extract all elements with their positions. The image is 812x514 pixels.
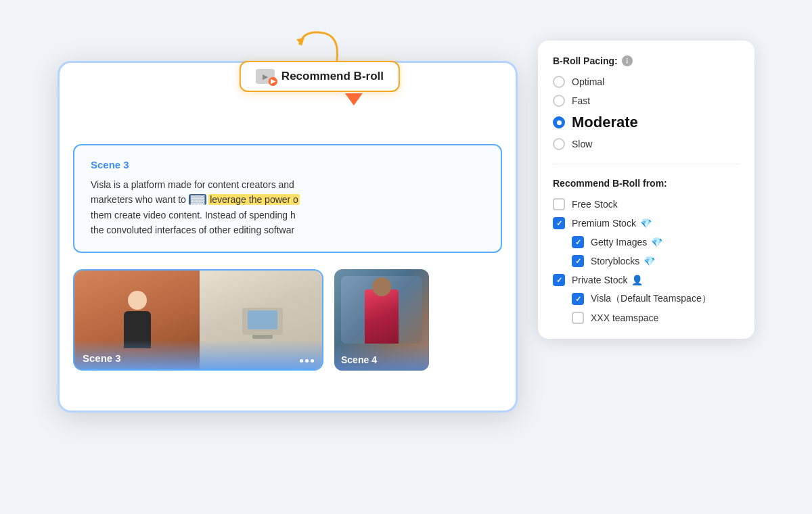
person-private-icon: 👤 [631,275,643,285]
svg-marker-0 [296,38,304,46]
pacing-radio-group: Optimal Fast Moderate Slow [553,76,740,164]
radio-moderate[interactable] [553,116,565,128]
thumb-scene3-label-text: Scene 3 [83,352,121,364]
recommend-broll-label: Recommend B-roll [281,70,384,83]
scene-highlight-blue: ▓▓ [189,194,206,205]
source-xxx-teamspace[interactable]: XXX teamspace [572,312,740,324]
dot2 [305,359,309,363]
scene-label: Scene 3 [91,159,484,170]
thumbnail-scene4[interactable]: Scene 4 [334,269,429,371]
checkbox-private-stock[interactable] [553,274,565,286]
scene-text-line2: marketers who want to [91,194,186,205]
curved-arrow-icon [289,27,350,64]
editor-card: Scene 3 Visla is a platform made for con… [58,61,518,413]
radio-fast[interactable] [553,95,565,107]
scene-text: Visla is a platform made for content cre… [91,177,484,238]
scene-highlight-yellow: leverage the power o [208,194,300,205]
arrow-pointer-icon [344,93,362,106]
gem-premium-icon: 💎 [640,218,652,229]
pacing-option-slow[interactable]: Slow [553,138,740,150]
thumb-scene4-label-text: Scene 4 [341,354,377,365]
source-private-stock-label: Private Stock 👤 [572,275,643,285]
video-icon: ▶ ★ [256,69,275,84]
pacing-info-icon[interactable]: i [622,55,633,66]
pacing-label-moderate: Moderate [572,114,638,131]
pacing-option-moderate[interactable]: Moderate [553,114,740,131]
thumbnail-scene3[interactable]: Scene 3 [73,269,323,371]
recommend-btn-wrapper: ▶ ★ Recommend B-roll [240,27,400,106]
dot1 [300,359,303,363]
pacing-title-text: B-Roll Pacing: [553,55,618,66]
scene-text-line1: Visla is a platform made for content cre… [91,179,294,190]
pacing-option-fast[interactable]: Fast [553,95,740,107]
source-getty-label: Getty Images 💎 [591,237,662,248]
pacing-section-title: B-Roll Pacing: i [553,55,740,66]
source-visla-default[interactable]: Visla（Default Teamspace） [572,293,740,305]
gem-storyblocks-icon: 💎 [644,256,655,266]
main-container: ▶ ★ Recommend B-roll Scene 3 Visla is a … [34,20,778,494]
source-free-stock[interactable]: Free Stock [553,198,740,210]
scene-text-line4: the convoluted interfaces of other editi… [91,225,294,235]
source-visla-default-label: Visla（Default Teamspace） [591,293,711,305]
right-panel: B-Roll Pacing: i Optimal Fast Moderate S… [538,41,754,339]
checkbox-storyblocks[interactable] [572,255,584,267]
source-storyblocks-label: Storyblocks 💎 [591,256,655,266]
checkbox-visla-default[interactable] [572,293,584,305]
pacing-label-slow: Slow [572,139,592,149]
checkbox-premium-stock[interactable] [553,217,565,229]
source-getty[interactable]: Getty Images 💎 [572,236,740,248]
recommend-broll-button[interactable]: ▶ ★ Recommend B-roll [240,61,400,92]
recommend-from-title: Recommend B-Roll from: [553,178,740,189]
source-free-stock-label: Free Stock [572,199,618,210]
pacing-option-optimal[interactable]: Optimal [553,76,740,88]
source-premium-stock[interactable]: Premium Stock 💎 [553,217,740,229]
pacing-label-optimal: Optimal [572,76,604,87]
radio-slow[interactable] [553,138,565,150]
checkbox-xxx-teamspace[interactable] [572,312,584,324]
gem-getty-icon: 💎 [651,237,662,248]
person-head [128,291,147,310]
scene-text-area: Scene 3 Visla is a platform made for con… [73,144,502,253]
recommend-source-group: Free Stock Premium Stock 💎 Getty Images … [553,198,740,324]
source-storyblocks[interactable]: Storyblocks 💎 [572,255,740,267]
scene-text-line3: them create video content. Instead of sp… [91,210,296,220]
source-xxx-teamspace-label: XXX teamspace [591,312,658,323]
pacing-label-fast: Fast [572,95,590,106]
source-premium-stock-label: Premium Stock 💎 [572,218,652,229]
dot3 [311,359,314,363]
radio-optimal[interactable] [553,76,565,88]
checkbox-getty[interactable] [572,236,584,248]
source-private-stock[interactable]: Private Stock 👤 [553,274,740,286]
thumbnails-row: Scene 3 [60,258,516,381]
thumb-scene3-label-bar: Scene 3 [74,340,322,369]
thumb-dots-menu[interactable] [300,359,314,364]
checkbox-free-stock[interactable] [553,198,565,210]
thumb-scene4-label-bar: Scene 4 [334,345,429,371]
